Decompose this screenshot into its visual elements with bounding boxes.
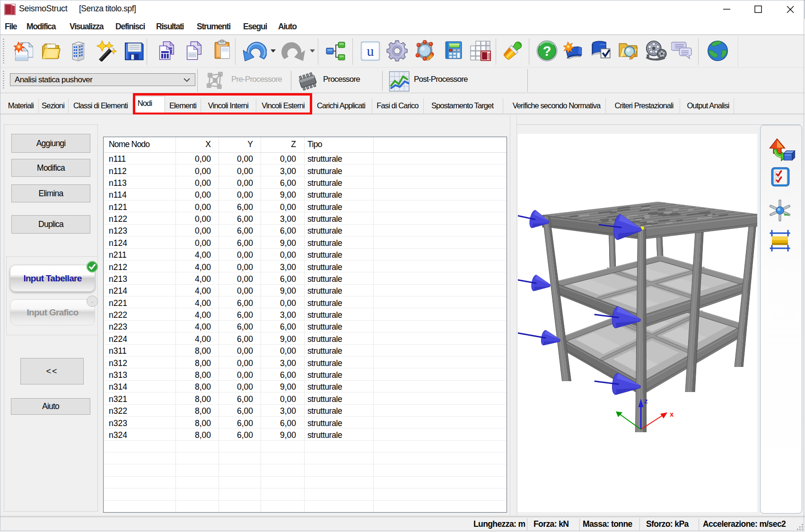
svg-text:x: x [670, 410, 674, 418]
svg-text:..: .. [91, 298, 94, 304]
svg-text:u: u [367, 43, 374, 59]
svg-text:?: ? [543, 44, 551, 59]
svg-text:z: z [644, 397, 648, 405]
